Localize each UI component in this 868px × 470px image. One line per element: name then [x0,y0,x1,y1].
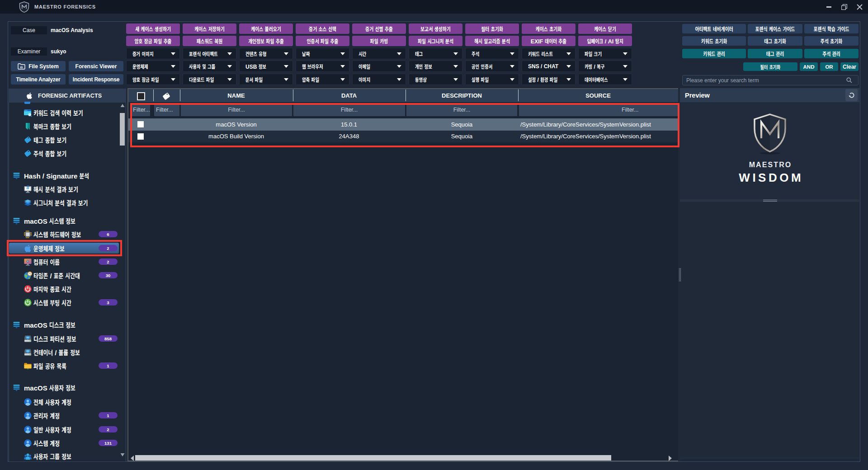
svg-text:#: # [26,185,29,191]
svg-text:ID: ID [20,66,24,68]
